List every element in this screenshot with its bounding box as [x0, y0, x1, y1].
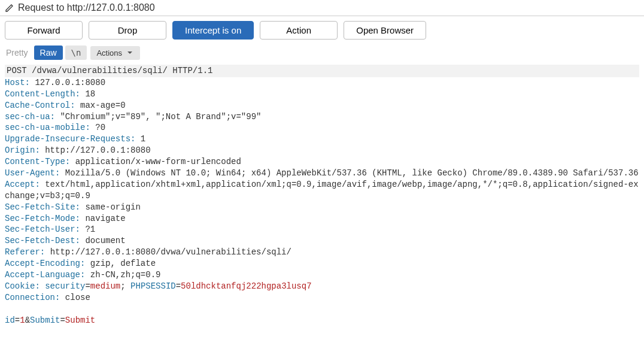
forward-button[interactable]: Forward [5, 21, 83, 40]
main-toolbar: Forward Drop Intercept is on Action Open… [0, 16, 644, 44]
header-name: Host: [5, 78, 30, 87]
raw-view-button[interactable]: Raw [34, 46, 63, 60]
header-name: User-Agent: [5, 168, 60, 178]
window-title: Request to http://127.0.0.1:8080 [18, 2, 155, 13]
header-value: ?0 [95, 123, 105, 132]
header-name: Upgrade-Insecure-Requests: [5, 134, 135, 144]
header-name: Cookie: [5, 281, 40, 291]
header-value: zh-CN,zh;q=0.9 [90, 270, 161, 280]
header-name: Content-Type: [5, 157, 70, 166]
header-name: Connection: [5, 293, 60, 302]
body-param-value: Submit [65, 316, 95, 325]
header-value: 1 [141, 134, 145, 144]
body-param-name: Submit [30, 316, 60, 325]
raw-request-content[interactable]: POST /dvwa/vulnerabilities/sqli/ HTTP/1.… [0, 62, 644, 328]
header-name: Accept-Encoding: [5, 259, 85, 268]
header-name: Sec-Fetch-Site: [5, 202, 80, 212]
header-value: ?1 [85, 225, 95, 234]
header-name: Cache-Control: [5, 101, 75, 110]
pretty-view-button[interactable]: Pretty [0, 46, 34, 60]
drop-button[interactable]: Drop [89, 21, 166, 40]
body-param-value: 1 [20, 316, 25, 325]
header-name: sec-ch-ua-mobile: [5, 123, 90, 132]
header-value: application/x-www-form-urlencoded [75, 157, 241, 166]
header-name: Accept: [5, 180, 40, 189]
title-bar: Request to http://127.0.0.1:8080 [0, 0, 644, 16]
header-value: http://127.0.0.1:8080/dvwa/vulnerabiliti… [50, 247, 291, 257]
header-value: max-age=0 [80, 101, 126, 110]
header-name: Sec-Fetch-Dest: [5, 236, 80, 245]
intercept-toggle-button[interactable]: Intercept is on [172, 21, 254, 40]
header-name: sec-ch-ua: [5, 112, 55, 122]
cookie-value: 50ldhcktanfqj222hgpa3lusq7 [181, 281, 311, 291]
actions-dropdown[interactable]: Actions [90, 46, 140, 60]
newline-toggle-button[interactable]: \n [65, 46, 87, 60]
cookie-value: medium [90, 281, 120, 291]
header-name: Sec-Fetch-User: [5, 225, 80, 234]
cookie-name: PHPSESSID [130, 281, 176, 291]
body-param-name: id [5, 316, 15, 325]
header-value: navigate [85, 214, 125, 223]
header-value: same-origin [85, 202, 140, 212]
header-name: Sec-Fetch-Mode: [5, 214, 80, 223]
chevron-down-icon [126, 48, 134, 57]
header-name: Referer: [5, 247, 45, 257]
header-value: Mozilla/5.0 (Windows NT 10.0; Win64; x64… [65, 168, 639, 178]
header-value: 127.0.0.1:8080 [35, 78, 105, 87]
header-value: 18 [85, 89, 95, 99]
header-value: close [65, 293, 90, 302]
cookie-name: security [45, 281, 85, 291]
view-mode-bar: Pretty Raw \n Actions [0, 44, 644, 62]
header-name: Content-Length: [5, 89, 80, 99]
open-browser-button[interactable]: Open Browser [344, 21, 426, 40]
header-value: "Chromium";v="89", ";Not A Brand";v="99" [60, 112, 261, 122]
header-value: document [85, 236, 125, 245]
action-button[interactable]: Action [260, 21, 338, 40]
request-first-line: POST /dvwa/vulnerabilities/sqli/ HTTP/1.… [5, 65, 639, 77]
header-value: http://127.0.0.1:8080 [45, 145, 150, 155]
header-name: Origin: [5, 145, 40, 155]
actions-dropdown-label: Actions [96, 48, 122, 57]
header-name: Accept-Language: [5, 270, 85, 280]
header-value: gzip, deflate [90, 259, 156, 268]
pencil-icon [5, 3, 14, 13]
header-value: text/html,application/xhtml+xml,applicat… [5, 180, 639, 201]
